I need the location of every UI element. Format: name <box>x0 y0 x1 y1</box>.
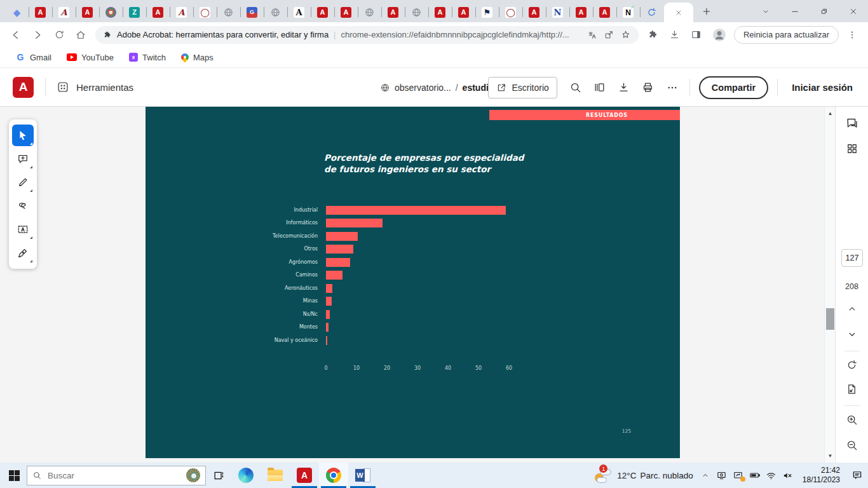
downloads-button[interactable] <box>665 25 685 45</box>
bookmark-youtube[interactable]: YouTube <box>60 50 120 65</box>
update-chrome-button[interactable]: Reinicia para actualizar <box>734 26 839 44</box>
browser-tab[interactable] <box>264 3 287 22</box>
browser-tab[interactable]: A <box>593 3 616 22</box>
taskbar-explorer[interactable] <box>261 463 290 488</box>
draw-tool-button[interactable] <box>12 195 34 217</box>
taskbar-search[interactable] <box>27 466 206 485</box>
thumbnails-panel-button[interactable] <box>844 141 860 156</box>
browser-tab[interactable] <box>99 3 123 22</box>
comments-panel-button[interactable] <box>844 116 860 131</box>
previous-page-button[interactable] <box>844 301 860 316</box>
browser-tab[interactable]: A <box>452 3 475 22</box>
task-view-button[interactable] <box>206 463 231 488</box>
profile-button[interactable] <box>710 25 729 44</box>
taskbar-word[interactable]: W <box>348 463 377 488</box>
comment-tool-button[interactable] <box>12 148 34 170</box>
scroll-down-icon[interactable]: ▼ <box>825 453 836 459</box>
sign-in-button[interactable]: Iniciar sesión <box>783 82 862 93</box>
fit-page-button[interactable] <box>844 381 860 396</box>
home-button[interactable] <box>71 25 91 45</box>
search-document-button[interactable] <box>564 76 588 100</box>
browser-tab[interactable]: A <box>170 3 193 22</box>
browser-tab[interactable]: ◯ <box>193 3 217 22</box>
browser-tab[interactable]: Z <box>123 3 146 22</box>
browser-tab[interactable]: A <box>52 3 76 22</box>
new-tab-button[interactable] <box>698 3 715 20</box>
highlight-tool-button[interactable] <box>12 172 34 193</box>
extensions-button[interactable] <box>643 25 663 45</box>
current-page-input[interactable]: 127 <box>841 249 863 267</box>
bookmark-maps[interactable]: Maps <box>175 50 220 65</box>
weather-desc[interactable]: Parc. nublado <box>641 471 693 480</box>
search-input[interactable] <box>46 470 181 481</box>
address-bar[interactable]: Adobe Acrobat: herramientas para convert… <box>95 26 639 44</box>
zoom-out-button[interactable] <box>844 437 860 452</box>
rotate-page-button[interactable] <box>844 357 860 372</box>
back-button[interactable] <box>6 25 26 45</box>
weather-temp[interactable]: 12°C <box>617 471 636 480</box>
print-button[interactable] <box>636 76 660 100</box>
zoom-in-button[interactable] <box>844 412 860 427</box>
select-tool-button[interactable] <box>12 125 34 146</box>
search-highlight-icon[interactable] <box>186 468 200 482</box>
battery-button[interactable] <box>747 463 763 488</box>
browser-tab[interactable]: A <box>146 3 170 22</box>
browser-tab[interactable] <box>217 3 240 22</box>
screen-share-button[interactable] <box>730 463 747 488</box>
download-pdf-button[interactable] <box>612 76 636 100</box>
browser-tab[interactable]: A <box>334 3 358 22</box>
clock[interactable]: 21:42 18/11/2023 <box>796 466 846 485</box>
browser-tab[interactable]: ◯ <box>499 3 522 22</box>
browser-tab[interactable] <box>405 3 428 22</box>
scrollbar-thumb[interactable] <box>826 308 834 330</box>
weather-icon[interactable]: 1 <box>593 466 612 484</box>
browser-tab[interactable]: ⚑ <box>475 3 499 22</box>
minimize-button[interactable] <box>780 0 810 22</box>
taskbar-edge[interactable] <box>231 463 261 488</box>
forward-button[interactable] <box>27 25 48 45</box>
bookmark-twitch[interactable]: IITwitch <box>123 50 172 65</box>
browser-tab[interactable]: N <box>616 3 640 22</box>
browser-tab[interactable] <box>358 3 381 22</box>
browser-tab[interactable]: A <box>29 3 52 22</box>
bookmark-star-icon[interactable] <box>620 29 631 40</box>
action-center-button[interactable] <box>846 463 868 488</box>
wifi-button[interactable] <box>763 463 780 488</box>
volume-button[interactable] <box>780 463 796 488</box>
browser-tab[interactable]: N <box>546 3 569 22</box>
taskbar-acrobat[interactable]: A <box>290 463 319 488</box>
reading-list-button[interactable] <box>686 25 707 45</box>
start-button[interactable] <box>1 463 27 488</box>
text-select-tool-button[interactable] <box>12 219 34 240</box>
maximize-button[interactable] <box>810 0 839 22</box>
bookmark-gmail[interactable]: GGmail <box>9 50 58 65</box>
browser-tab[interactable] <box>640 3 663 22</box>
translate-icon[interactable] <box>587 30 597 40</box>
reload-button[interactable] <box>49 25 69 45</box>
tab-search-button[interactable] <box>751 0 780 22</box>
browser-tab[interactable]: A <box>287 3 311 22</box>
share-button[interactable]: Compartir <box>699 76 768 99</box>
page-thumbnails-button[interactable] <box>588 76 612 100</box>
browser-tab[interactable]: A <box>428 3 452 22</box>
scroll-up-icon[interactable]: ▲ <box>825 111 836 116</box>
browser-tab[interactable]: A <box>381 3 405 22</box>
taskbar-chrome[interactable] <box>319 463 348 488</box>
browser-menu-button[interactable] <box>842 25 862 45</box>
browser-tab[interactable]: G <box>240 3 264 22</box>
tab-close-icon[interactable] <box>675 9 682 17</box>
browser-tab[interactable]: A <box>569 3 593 22</box>
close-window-button[interactable] <box>839 0 868 22</box>
browser-tab[interactable]: A <box>76 3 99 22</box>
browser-tab[interactable]: A <box>522 3 546 22</box>
meet-now-button[interactable] <box>714 463 730 488</box>
tools-menu[interactable]: Herramientas <box>51 80 139 94</box>
fill-sign-tool-button[interactable] <box>12 242 34 264</box>
browser-tab[interactable]: A <box>311 3 334 22</box>
active-tab[interactable] <box>664 3 693 22</box>
pdf-scrollbar[interactable]: ▲ ▼ <box>824 107 835 463</box>
share-icon[interactable] <box>604 30 614 40</box>
next-page-button[interactable] <box>844 327 860 342</box>
open-desktop-button[interactable]: Escritorio <box>488 77 557 98</box>
more-options-button[interactable] <box>660 76 684 100</box>
